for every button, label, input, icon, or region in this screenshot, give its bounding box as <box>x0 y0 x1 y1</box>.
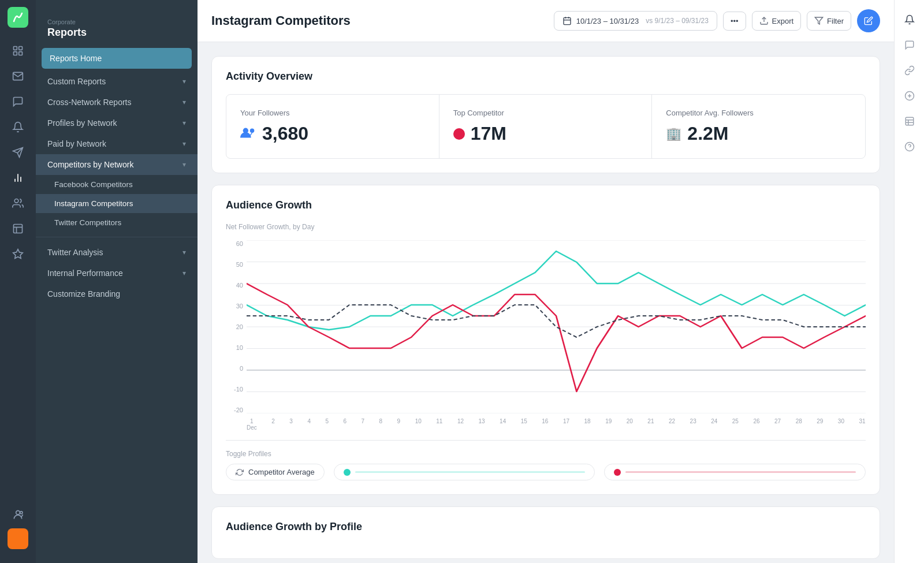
svg-rect-0 <box>14 47 17 50</box>
top-competitor-label: Top Competitor <box>453 109 638 117</box>
export-icon <box>759 16 769 25</box>
chart-svg-area: 1Dec 2 3 4 5 6 7 8 9 10 11 12 13 <box>247 240 866 431</box>
edit-icon <box>864 16 873 25</box>
activity-overview-title: Activity Overview <box>226 70 866 83</box>
top-competitor-cell: Top Competitor 17M <box>439 95 653 158</box>
y-axis-labels: 60 50 40 30 20 10 0 -10 -20 <box>226 240 247 413</box>
right-link-icon[interactable] <box>899 60 920 81</box>
sidebar-item-customize-branding[interactable]: Customize Branding <box>36 284 198 304</box>
svg-rect-2 <box>14 52 17 55</box>
chevron-icon: ▾ <box>182 77 186 85</box>
chart-container: 60 50 40 30 20 10 0 -10 -20 <box>226 240 866 431</box>
your-followers-label: Your Followers <box>240 109 425 117</box>
logo-area <box>8 7 28 28</box>
page-title: Instagram Competitors <box>211 13 351 28</box>
red-dot <box>614 469 621 476</box>
toggle-section: Toggle Profiles Competitor Average <box>226 440 866 480</box>
sidebar-sub-facebook-competitors[interactable]: Facebook Competitors <box>36 175 198 194</box>
reports-home-label: Reports Home <box>50 54 102 63</box>
line-chart <box>247 240 866 413</box>
dashed-line <box>247 305 866 337</box>
icon-rail <box>0 0 36 563</box>
toggle-competitor-avg[interactable]: Competitor Average <box>226 464 325 480</box>
your-followers-value: 3,680 <box>240 123 425 144</box>
svg-rect-36 <box>906 117 914 125</box>
followers-number: 3,680 <box>262 123 308 144</box>
chevron-icon: ▾ <box>182 119 186 127</box>
top-header: Instagram Competitors 10/1/23 – 10/31/23… <box>198 0 894 42</box>
nav-alerts-icon[interactable] <box>6 115 29 139</box>
avg-followers-number: 2.2M <box>687 123 728 144</box>
audience-growth-by-profile-card: Audience Growth by Profile <box>211 506 880 559</box>
filter-icon <box>814 16 824 25</box>
toggle-label: Toggle Profiles <box>226 450 866 458</box>
refresh-icon <box>236 468 244 476</box>
top-competitor-value: 17M <box>453 123 638 144</box>
followers-icon <box>240 125 256 143</box>
right-messages-icon[interactable] <box>899 35 920 55</box>
activity-grid: Your Followers 3,680 Top Competitor 17M <box>226 94 866 159</box>
sidebar-item-reports-home[interactable]: Reports Home <box>42 48 192 69</box>
competitor-number: 17M <box>471 123 506 144</box>
sidebar-item-profiles-by-network[interactable]: Profiles by Network ▾ <box>36 113 198 133</box>
toggle-teal-profile[interactable] <box>334 464 595 480</box>
svg-marker-13 <box>13 249 23 259</box>
sidebar-item-twitter-analysis[interactable]: Twitter Analysis ▾ <box>36 242 198 263</box>
filter-label: Filter <box>827 17 844 25</box>
nav-team-icon[interactable] <box>6 503 29 526</box>
sidebar-item-cross-network[interactable]: Cross-Network Reports ▾ <box>36 92 198 113</box>
toggle-items: Competitor Average <box>226 464 866 480</box>
more-options-button[interactable]: ••• <box>723 12 746 31</box>
date-range-button[interactable]: 10/1/23 – 10/31/23 vs 9/1/23 – 09/31/23 <box>554 11 717 31</box>
avg-followers-icon: 🏢 <box>666 126 681 141</box>
svg-point-15 <box>20 512 23 514</box>
edit-button[interactable] <box>857 9 880 32</box>
nav-publishing-icon[interactable] <box>6 141 29 164</box>
sidebar-sub-instagram-competitors[interactable]: Instagram Competitors <box>36 194 198 213</box>
sidebar-item-paid-by-network[interactable]: Paid by Network ▾ <box>36 133 198 154</box>
filter-button[interactable]: Filter <box>807 11 851 31</box>
nav-reviews-icon[interactable] <box>6 243 29 266</box>
svg-point-23 <box>250 128 254 132</box>
nav-analytics-icon[interactable] <box>6 166 29 189</box>
toggle-red-profile[interactable] <box>604 464 866 480</box>
svg-rect-16 <box>564 18 571 25</box>
sidebar-divider <box>36 237 198 237</box>
right-help-icon[interactable] <box>899 136 920 157</box>
x-axis-labels: 1Dec 2 3 4 5 6 7 8 9 10 11 12 13 <box>247 418 866 431</box>
header-actions: 10/1/23 – 10/31/23 vs 9/1/23 – 09/31/23 … <box>554 9 880 32</box>
chevron-icon: ▾ <box>182 269 186 277</box>
app-logo[interactable] <box>8 7 28 28</box>
sidebar-item-internal-performance[interactable]: Internal Performance ▾ <box>36 263 198 284</box>
avg-followers-label: Competitor Avg. Followers <box>666 109 851 117</box>
right-table-icon[interactable] <box>899 111 920 132</box>
user-avatar[interactable] <box>8 528 28 549</box>
right-notifications-icon[interactable] <box>899 9 920 30</box>
company-title: Reports <box>36 27 198 48</box>
competitor-dot <box>453 128 465 140</box>
svg-rect-3 <box>19 52 23 55</box>
nav-home-icon[interactable] <box>6 39 29 62</box>
nav-community-icon[interactable] <box>6 192 29 215</box>
nav-content-icon[interactable] <box>6 217 29 240</box>
chart-subtitle: Net Follower Growth, by Day <box>226 223 866 231</box>
sidebar-item-competitors-by-network[interactable]: Competitors by Network ▾ <box>36 154 198 175</box>
calendar-icon <box>562 16 572 25</box>
right-add-icon[interactable] <box>899 85 920 106</box>
competitor-avg-label: Competitor Average <box>248 468 315 476</box>
company-label: Corporate <box>36 9 198 27</box>
sidebar-item-custom-reports[interactable]: Custom Reports ▾ <box>36 71 198 92</box>
teal-line-preview <box>355 471 586 473</box>
activity-overview-card: Activity Overview Your Followers 3,680 T… <box>211 56 880 173</box>
nav-inbox-icon[interactable] <box>6 65 29 88</box>
export-button[interactable]: Export <box>752 11 802 31</box>
nav-messages-icon[interactable] <box>6 90 29 113</box>
chevron-icon: ▾ <box>182 161 186 169</box>
content-area: Activity Overview Your Followers 3,680 T… <box>198 42 894 563</box>
vs-text: vs 9/1/23 – 09/31/23 <box>646 17 709 25</box>
svg-marker-21 <box>815 17 822 24</box>
audience-growth-by-profile-title: Audience Growth by Profile <box>226 521 866 533</box>
chevron-icon: ▾ <box>182 98 186 106</box>
audience-growth-card: Audience Growth Net Follower Growth, by … <box>211 185 880 495</box>
sidebar-sub-twitter-competitors[interactable]: Twitter Competitors <box>36 213 198 232</box>
